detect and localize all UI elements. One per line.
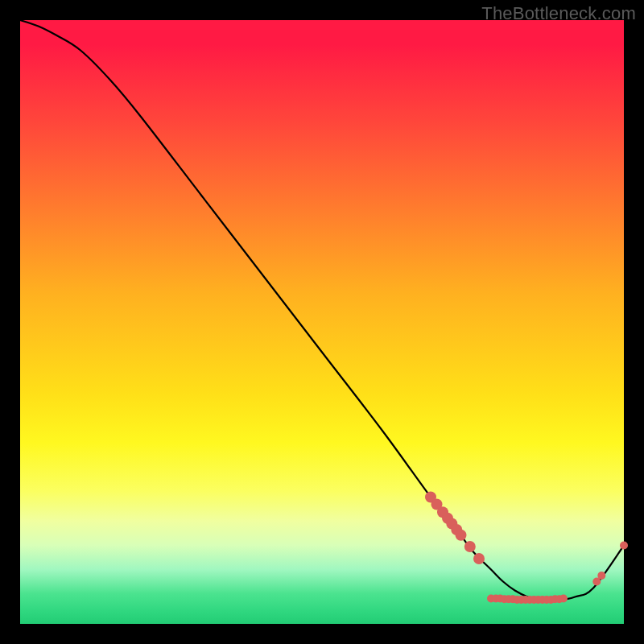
curve-marker xyxy=(620,542,628,550)
curve-marker xyxy=(464,541,476,552)
curve-markers xyxy=(425,492,628,605)
curve-marker xyxy=(597,572,605,580)
chart-plot-area xyxy=(20,20,624,624)
curve-marker xyxy=(473,553,485,564)
curve-marker xyxy=(456,530,467,541)
watermark-text: TheBottleneck.com xyxy=(481,3,636,24)
bottleneck-curve-svg xyxy=(20,20,624,624)
bottleneck-curve xyxy=(20,20,624,600)
curve-marker xyxy=(559,595,568,603)
